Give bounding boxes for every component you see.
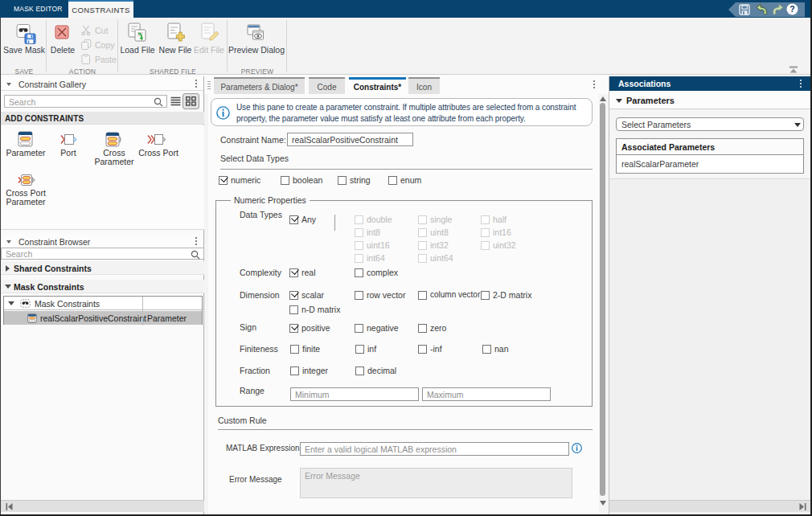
svg-text:?: ? bbox=[789, 4, 794, 14]
